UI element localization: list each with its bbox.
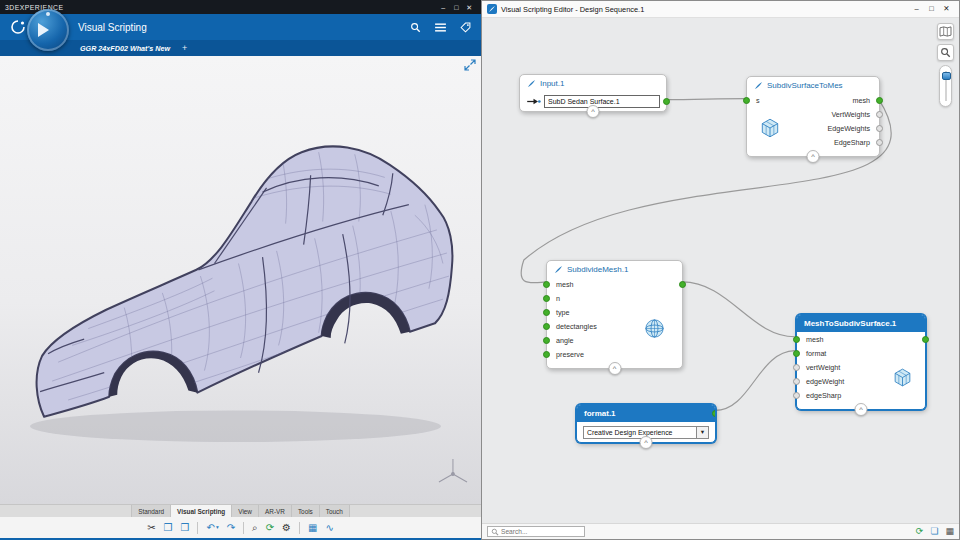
copy-icon[interactable]: ❐	[164, 523, 173, 533]
tab-tools[interactable]: Tools	[292, 505, 320, 517]
port-out-edgeweights[interactable]	[876, 125, 883, 132]
tab-visual-scripting[interactable]: Visual Scripting	[171, 505, 232, 517]
port-row: preserve	[547, 347, 682, 361]
port-label: angle	[556, 336, 574, 345]
input1-surface-field[interactable]	[544, 95, 660, 108]
datagrid-icon[interactable]: ▦	[308, 523, 317, 533]
paste-icon[interactable]: ❒	[181, 523, 190, 533]
menu-icon[interactable]	[435, 23, 446, 32]
port-out-format[interactable]	[712, 410, 715, 417]
snapshot-icon[interactable]: ❏	[930, 527, 938, 536]
overview-map-button[interactable]	[937, 23, 954, 40]
port-in-mesh[interactable]	[793, 336, 800, 343]
desktop: 3DEXPERIENCE – □ ✕ Visual Scripting	[0, 0, 960, 540]
compass-north-dot	[46, 12, 50, 16]
undo-options-icon[interactable]: ▾	[216, 525, 219, 531]
undo-icon[interactable]: ↶	[206, 523, 214, 533]
tab-ar-vr[interactable]: AR-VR	[259, 505, 292, 517]
port-in-n[interactable]	[543, 295, 550, 302]
port-out-edgesharp[interactable]	[876, 139, 883, 146]
search-icon[interactable]	[410, 22, 421, 33]
refresh-icon[interactable]: ⟳	[916, 527, 924, 536]
node-subdividemesh[interactable]: SubdivideMesh.1 mesh n type detec	[546, 260, 683, 369]
port-out-input1[interactable]	[663, 98, 670, 105]
toolbar-separator	[197, 522, 198, 534]
node-subdividemesh-header[interactable]: SubdivideMesh.1	[547, 261, 682, 277]
tab-touch[interactable]: Touch	[320, 505, 350, 517]
port-out-vertweights[interactable]	[876, 111, 883, 118]
node-meshtosubdivsurface[interactable]: MeshToSubdivSurface.1 mesh format vertWe…	[796, 314, 926, 410]
port-row: n	[547, 291, 682, 305]
collapse-node-button[interactable]: ^	[640, 436, 653, 449]
node-title: SubdivSurfaceToMes	[767, 81, 843, 90]
port-in-s[interactable]	[743, 97, 750, 104]
update-icon[interactable]: ⟳	[266, 523, 274, 533]
tag-icon[interactable]	[460, 22, 471, 33]
port-in-type[interactable]	[543, 309, 550, 316]
zoom-in-icon[interactable]: ⌕	[252, 523, 258, 533]
tab-standard[interactable]: Standard	[131, 505, 171, 517]
datagrid-icon[interactable]: ▦	[945, 527, 954, 536]
maximize-button[interactable]: □	[924, 1, 939, 17]
3d-viewport[interactable]	[0, 56, 481, 504]
expand-viewport-icon[interactable]	[464, 59, 476, 71]
port-label: VertWeights	[831, 110, 870, 119]
port-out-mesh[interactable]	[876, 97, 883, 104]
search-input[interactable]	[501, 528, 581, 535]
port-in-angle[interactable]	[543, 337, 550, 344]
node-meshtosubdivsurface-header[interactable]: MeshToSubdivSurface.1	[797, 315, 925, 332]
compass-play-icon	[38, 23, 49, 37]
port-in-edgesharp[interactable]	[793, 392, 800, 399]
node-format1[interactable]: format.1 Creative Design Experience ▼ ^	[576, 404, 716, 443]
port-label: edgeSharp	[806, 391, 841, 400]
editor-app-icon	[487, 4, 497, 14]
port-in-mesh[interactable]	[543, 281, 550, 288]
canvas-tool-palette	[937, 23, 954, 107]
collapse-node-button[interactable]: ^	[608, 362, 621, 375]
statusbar-icons: ⟳ ❏ ▦	[916, 527, 954, 536]
editor-window-controls: – □ ✕	[909, 1, 954, 17]
redo-icon[interactable]: ↷	[227, 523, 235, 533]
tab-view[interactable]: View	[232, 505, 259, 517]
node-subdivsurfacetomesh[interactable]: SubdivSurfaceToMes s mesh VertWeights Ed…	[746, 76, 880, 157]
port-in-vertweight[interactable]	[793, 364, 800, 371]
3ds-logo-icon[interactable]	[10, 19, 26, 35]
new-tab-button[interactable]: +	[182, 43, 187, 53]
port-in-edgeweight[interactable]	[793, 378, 800, 385]
node-format1-header[interactable]: format.1	[577, 405, 715, 422]
port-label: EdgeSharp	[834, 138, 870, 147]
port-in-preserve[interactable]	[543, 351, 550, 358]
node-input1-header[interactable]: Input.1	[520, 75, 666, 91]
port-label: vertWeight	[806, 363, 840, 372]
node-subdivsurfacetomesh-header[interactable]: SubdivSurfaceToMes	[747, 77, 879, 93]
maximize-button[interactable]: □	[450, 1, 463, 14]
collapse-node-button[interactable]: ^	[855, 403, 868, 416]
port-out-result[interactable]	[679, 281, 686, 288]
curve-analysis-icon[interactable]: ∿	[325, 523, 333, 533]
node-search-box[interactable]	[487, 526, 585, 537]
port-label: n	[556, 294, 560, 303]
close-button[interactable]: ✕	[463, 1, 476, 14]
collapse-node-button[interactable]: ^	[587, 105, 600, 118]
close-button[interactable]: ✕	[939, 1, 954, 17]
zoom-slider[interactable]	[939, 65, 952, 107]
script-icon	[754, 81, 763, 90]
minimize-button[interactable]: –	[437, 1, 450, 14]
document-tab[interactable]: GGR 24xFD02 What's New	[80, 44, 170, 53]
port-in-detectangles[interactable]	[543, 323, 550, 330]
zoom-button[interactable]	[937, 44, 954, 61]
zoom-slider-handle[interactable]	[942, 72, 951, 80]
minimize-button[interactable]: –	[909, 1, 924, 17]
port-in-format[interactable]	[793, 350, 800, 357]
node-input1[interactable]: Input.1 ^	[519, 74, 667, 112]
3d-compass-widget[interactable]	[27, 9, 69, 51]
chevron-down-icon[interactable]: ▼	[696, 427, 708, 438]
port-out-result[interactable]	[922, 336, 929, 343]
collapse-node-button[interactable]: ^	[807, 150, 820, 163]
cut-icon[interactable]: ✂	[147, 523, 155, 533]
node-title: format.1	[584, 409, 616, 418]
settings-icon[interactable]: ⚙	[282, 523, 291, 533]
editor-statusbar: ⟳ ❏ ▦	[482, 523, 959, 539]
node-graph-canvas[interactable]: Input.1 ^ SubdivSurfaceToMes	[482, 18, 959, 523]
workbench-tab-bar: Standard Visual Scripting View AR-VR Too…	[0, 504, 481, 517]
